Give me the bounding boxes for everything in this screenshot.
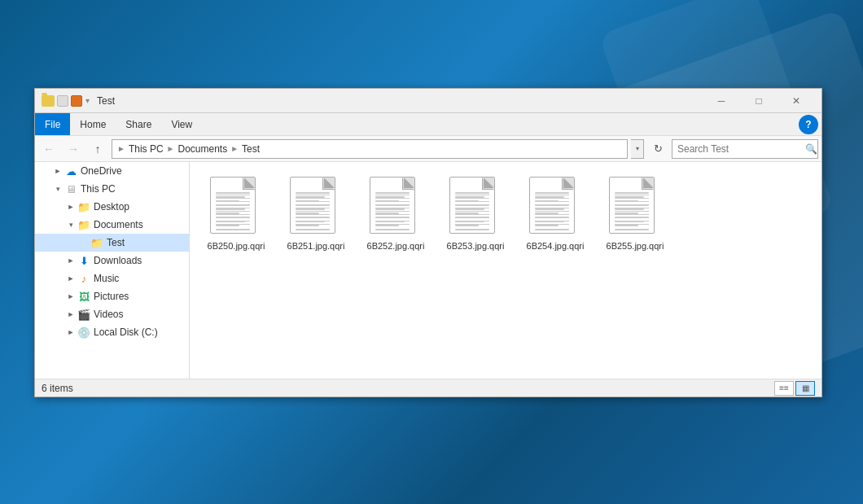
file-corner-shadow: [484, 177, 494, 188]
file-item[interactable]: 6B255.jpg.qqri: [598, 172, 672, 256]
file-item[interactable]: 6B254.jpg.qqri: [519, 172, 592, 256]
sidebar-item-pictures[interactable]: ► 🖼 Pictures: [35, 287, 189, 305]
file-line: [535, 225, 559, 226]
sidebar-item-this-pc[interactable]: ▾ 🖥 This PC: [35, 180, 189, 198]
file-item[interactable]: 6B253.jpg.qqri: [439, 172, 512, 256]
forward-button[interactable]: →: [63, 138, 84, 160]
local-disk-expand-arrow: ►: [64, 326, 77, 339]
file-line: [296, 192, 330, 194]
sidebar-item-desktop[interactable]: ► 📁 Desktop: [35, 198, 189, 216]
file-page-shape: [210, 177, 256, 234]
music-icon: ♪: [77, 272, 90, 285]
file-line: [615, 221, 644, 222]
local-disk-label: Local Disk (C:): [94, 327, 158, 338]
file-line: [375, 221, 405, 222]
details-view-button[interactable]: ≡≡: [774, 381, 794, 396]
file-line: [455, 192, 489, 194]
help-button[interactable]: ?: [799, 115, 818, 134]
file-line: [615, 200, 638, 202]
test-label: Test: [107, 237, 125, 248]
address-path[interactable]: ► This PC ► Documents ► Test: [112, 139, 628, 159]
downloads-icon: ⬇: [77, 254, 90, 267]
file-item[interactable]: 6B251.jpg.qqri: [279, 172, 353, 256]
tiles-view-button[interactable]: ▦: [795, 381, 815, 396]
title-icon-back: [57, 95, 68, 107]
local-disk-icon: 💿: [77, 326, 90, 339]
file-corner-shadow: [324, 177, 335, 188]
file-line: [216, 200, 239, 202]
address-dropdown[interactable]: ▾: [631, 139, 644, 159]
pictures-icon: 🖼: [77, 290, 90, 303]
file-line: [296, 229, 330, 230]
title-bar: ▾ Test ─ □ ✕: [35, 89, 821, 113]
window-title: Test: [97, 95, 703, 107]
file-lines: [216, 192, 250, 230]
onedrive-icon: ☁: [64, 164, 77, 177]
file-lines: [375, 192, 410, 230]
menu-share[interactable]: Share: [116, 113, 161, 135]
file-line: [375, 192, 410, 194]
path-this-pc[interactable]: This PC: [129, 143, 164, 155]
file-name-label: 6B253.jpg.qqri: [447, 240, 505, 252]
close-button[interactable]: ✕: [778, 89, 815, 113]
file-line: [296, 213, 319, 214]
up-button[interactable]: ↑: [87, 138, 108, 160]
search-input[interactable]: [672, 143, 804, 155]
menu-bar: File Home Share View ?: [35, 113, 821, 136]
path-documents[interactable]: Documents: [178, 143, 228, 155]
file-icon: [290, 177, 342, 237]
address-bar: ← → ↑ ► This PC ► Documents ► Test ▾ ↻ 🔍: [35, 136, 821, 162]
sidebar-item-downloads[interactable]: ► ⬇ Downloads: [35, 252, 189, 270]
sidebar-item-documents[interactable]: ▾ 📁 Documents: [35, 216, 189, 234]
path-test[interactable]: Test: [242, 143, 260, 155]
file-line: [455, 225, 479, 226]
title-dropdown-arrow[interactable]: ▾: [85, 96, 90, 105]
file-page-shape: [370, 177, 415, 234]
file-line: [615, 208, 644, 210]
file-line: [615, 229, 649, 230]
file-line: [615, 213, 638, 214]
this-pc-expand-arrow: ▾: [51, 182, 64, 195]
path-chevron-1: ►: [117, 144, 125, 153]
sidebar-item-music[interactable]: ► ♪ Music: [35, 270, 189, 287]
sidebar-item-local-disk[interactable]: ► 💿 Local Disk (C:): [35, 323, 189, 341]
file-page-shape: [529, 177, 575, 234]
file-name-label: 6B255.jpg.qqri: [607, 240, 664, 252]
back-button[interactable]: ←: [38, 138, 59, 160]
file-item[interactable]: 6B250.jpg.qqri: [199, 172, 273, 256]
file-line: [216, 225, 239, 226]
file-corner-shadow: [404, 177, 414, 188]
downloads-expand-arrow: ►: [64, 254, 77, 267]
path-chevron-2: ►: [167, 144, 175, 153]
search-box[interactable]: 🔍: [672, 139, 818, 159]
file-line: [455, 200, 479, 202]
music-expand-arrow: ►: [64, 272, 77, 285]
sidebar-item-test[interactable]: 📁 Test: [35, 234, 189, 252]
documents-label: Documents: [94, 219, 143, 230]
file-line: [296, 225, 319, 226]
menu-view[interactable]: View: [161, 113, 202, 135]
refresh-button[interactable]: ↻: [647, 138, 668, 160]
file-lines: [296, 192, 330, 230]
file-line: [615, 225, 638, 226]
file-line: [375, 229, 410, 230]
menu-file[interactable]: File: [35, 113, 70, 135]
search-icon-button[interactable]: 🔍: [804, 139, 817, 159]
file-line: [535, 213, 559, 214]
file-page-shape: [449, 177, 495, 234]
sidebar-item-videos[interactable]: ► 🎬 Videos: [35, 305, 189, 323]
file-item[interactable]: 6B252.jpg.qqri: [359, 172, 432, 256]
minimize-button[interactable]: ─: [703, 89, 740, 113]
sidebar-item-onedrive[interactable]: ► ☁ OneDrive: [35, 162, 189, 180]
test-expand-arrow: [77, 236, 90, 249]
file-line: [375, 225, 399, 226]
file-line: [216, 217, 250, 218]
maximize-button[interactable]: □: [740, 89, 778, 113]
menu-home[interactable]: Home: [70, 113, 116, 135]
file-line: [216, 204, 250, 206]
onedrive-expand-arrow: ►: [51, 164, 64, 177]
downloads-label: Downloads: [94, 255, 142, 266]
title-bar-icons: ▾: [42, 95, 90, 107]
file-lines: [455, 192, 489, 230]
file-line: [455, 229, 489, 230]
